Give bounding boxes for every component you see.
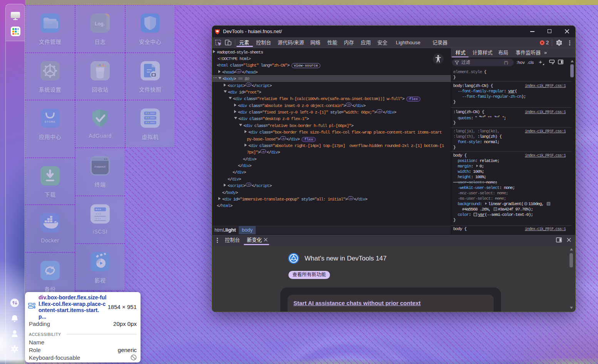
svg-text:FntermX: FntermX bbox=[95, 165, 106, 169]
svg-text:STORE: STORE bbox=[45, 120, 56, 123]
svg-text:Log.: Log. bbox=[95, 21, 104, 27]
